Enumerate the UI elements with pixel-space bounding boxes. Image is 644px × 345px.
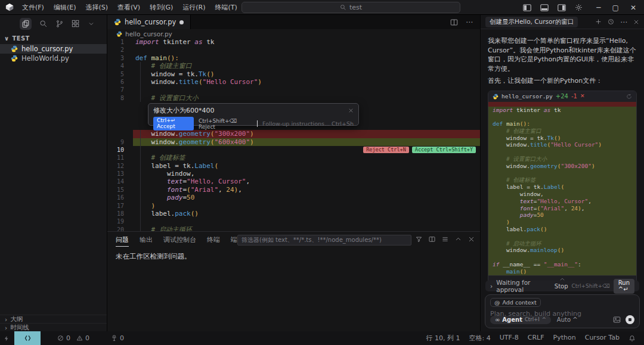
close-window-button[interactable]: ✕ [630,4,636,12]
status-encoding[interactable]: UTF-8 [500,334,519,343]
new-chat-icon[interactable] [595,18,602,25]
breadcrumb[interactable]: hello_cursor.py [107,29,480,38]
status-indentation[interactable]: 空格: 4 [469,334,491,343]
code-line[interactable]: 5 window = tk.Tk() [107,70,480,78]
close-icon[interactable] [348,108,354,113]
panel-actions [416,236,475,243]
add-context-chip[interactable]: @ Add context [490,298,541,307]
diff-accept-button[interactable]: Accept Ctrl+Shift+Y [412,147,476,153]
toggle-secondary-sidebar-button[interactable] [558,4,566,11]
activity-indicator-icon[interactable] [4,335,10,342]
dismiss-diff-icon[interactable]: ✕ [580,92,585,101]
more-actions-icon[interactable]: ⋯ [466,18,473,26]
panel-tab-item[interactable]: 输出 [140,235,153,247]
code-line[interactable]: 9 window.geometry("600x400") [107,138,480,146]
code-line[interactable]: 18 label.pack() [107,210,480,217]
file-item[interactable]: hello_cursor.py [0,44,107,54]
code-line[interactable]: window.geometry("300x200") [107,130,480,138]
code-line[interactable]: 16 pady=50 [107,194,480,201]
split-panel-icon[interactable] [429,236,435,243]
code-line[interactable]: 20 # 启动主循环 [107,226,480,231]
menu-file[interactable]: 文件(F) [17,0,49,15]
close-panel-icon[interactable] [468,236,475,243]
problems-filter-input[interactable]: 筛选器(例如 text、**/*.ts、!**/node_modules/**) [237,235,411,245]
history-clock-icon[interactable] [608,18,614,25]
source-control-icon[interactable] [55,20,64,28]
maximize-panel-icon[interactable] [455,236,462,243]
stop-generation-button[interactable] [626,315,634,324]
code-line[interactable]: 3def main(): [107,54,480,62]
code-line[interactable]: 11 # 创建标签 [107,154,480,161]
status-language[interactable]: Python [553,334,576,343]
code-diff-card: hello_cursor.py +24 -1 ✕ import tkinter … [488,91,637,281]
attach-image-icon[interactable] [613,316,621,324]
panel-tab-item[interactable]: 终端 [207,235,220,247]
minimize-button[interactable]: ─ [596,4,600,12]
code-line[interactable]: 14 text="Hello, Cursor", [107,178,480,185]
line-number: 8 [107,94,133,102]
explorer-section-header[interactable]: ∨ TEST [0,32,107,44]
status-eol[interactable]: CRLF [528,334,544,343]
diff-code-block[interactable]: import tkinter as tkdef main(): # 创建主窗口 … [488,107,636,275]
panel-tab-item[interactable]: 调试控制台 [163,235,196,247]
unsaved-dot-icon[interactable] [179,20,184,24]
chat-input-box[interactable]: @ Add context Plan, search, build anythi… [485,294,640,328]
reject-button[interactable]: Ctrl+Shift+⌫ Reject [199,118,247,130]
code-line[interactable]: 7 [107,86,480,94]
tab-hello-cursor[interactable]: hello_cursor.py [107,15,191,29]
problems-status[interactable]: 0 0 [57,334,89,342]
ports-status[interactable]: 0 [111,334,124,342]
line-number: 20 [107,226,133,231]
toggle-panel-button[interactable] [540,4,549,11]
view-as-list-icon[interactable] [442,236,448,243]
menu-edit[interactable]: 编辑(E) [49,0,81,15]
panel-tab-active[interactable]: 问题 [116,235,129,247]
code-line[interactable]: 17 ) [107,202,480,210]
code-line[interactable]: 4 # 创建主窗口 [107,62,480,70]
filter-funnel-icon[interactable] [416,236,422,243]
section-timeline[interactable]: ›时间线 [0,323,107,331]
accept-button[interactable]: Ctrl+↵ Accept [153,117,194,130]
stop-button[interactable]: Stop [555,283,568,290]
menu-terminal[interactable]: 终端(T) [210,0,242,15]
code-line[interactable]: 19 [107,217,480,225]
status-cursor-tab[interactable]: Cursor Tab [585,334,620,343]
code-editor[interactable]: 1import tkinter as tk23def main():4 # 创建… [107,38,480,231]
extensions-icon[interactable] [72,20,80,28]
diff-card-header[interactable]: hello_cursor.py +24 -1 ✕ [488,91,636,102]
more-actions-icon[interactable]: ⋯ [620,18,627,26]
chevron-down-icon[interactable] [88,20,95,27]
followup-instructions-input[interactable]: Follow-up instructions... Ctrl+Shift+K [262,120,354,127]
menu-go[interactable]: 转到(G) [145,0,178,15]
menu-run[interactable]: 运行(R) [178,0,210,15]
status-cursor-position[interactable]: 行 10, 列 1 [426,334,460,343]
file-item[interactable]: HelloWorld.py [0,54,107,63]
diff-reject-button[interactable]: Reject Ctrl+N [363,147,409,153]
model-selector[interactable]: Auto ^ [557,316,578,323]
reapply-icon[interactable] [626,94,632,100]
code-line[interactable]: 6 window.title("Hello Cursor") [107,78,480,86]
menu-selection[interactable]: 选择(S) [80,0,113,15]
remote-indicator[interactable] [14,331,41,345]
explorer-icon[interactable] [20,18,32,30]
search-icon[interactable] [39,20,48,28]
agent-mode-selector[interactable]: ∞ Agent Ctrl+I ^ [490,316,551,324]
chevron-right-icon[interactable]: › [490,282,493,290]
code-line[interactable]: 15 font=("Arial", 24), [107,186,480,194]
close-chat-icon[interactable] [633,19,639,25]
notifications-bell-icon[interactable] [628,335,636,342]
code-line[interactable]: 8 # 设置窗口大小 [107,94,480,102]
maximize-button[interactable]: ▢ [612,4,619,12]
toggle-sidebar-button[interactable] [523,4,531,11]
code-line[interactable]: 13 window, [107,170,480,178]
chat-tab-title[interactable]: 创建显示Hello, Cursor的窗口 [485,17,578,27]
run-button[interactable]: Run ^↵ [614,279,634,294]
settings-gear-icon[interactable] [575,4,583,11]
split-editor-icon[interactable] [450,18,458,26]
menu-view[interactable]: 查看(V) [113,0,145,15]
command-search-input[interactable]: test [242,2,460,13]
code-line[interactable]: 2 [107,46,480,54]
section-outline[interactable]: ›大纲 [0,315,107,323]
code-line[interactable]: 12 label = tk.Label( [107,162,480,170]
code-line[interactable]: 1import tkinter as tk [107,38,480,46]
